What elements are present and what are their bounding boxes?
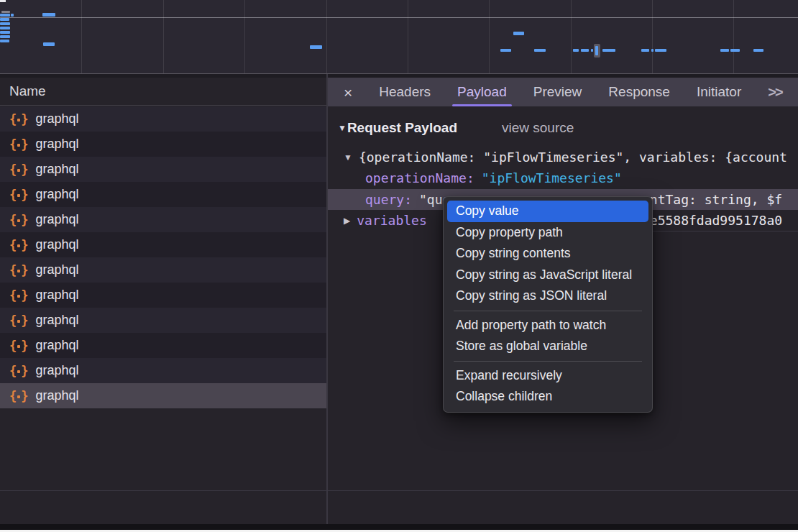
menu-item-copy-value[interactable]: Copy value <box>447 201 648 222</box>
request-row[interactable]: {}graphql <box>0 106 326 132</box>
view-source-link[interactable]: view source <box>502 120 574 136</box>
request-row[interactable]: {}graphql <box>0 333 326 358</box>
request-timing-bar <box>641 49 649 52</box>
name-column-header[interactable]: Name <box>0 78 326 106</box>
summary-bar-divider <box>0 490 798 491</box>
request-timing-bar <box>534 49 546 52</box>
payload-summary-text: {operationName: "ipFlowTimeseries", vari… <box>359 150 787 165</box>
request-timing-bar <box>595 46 598 55</box>
request-row[interactable]: {}graphql <box>0 232 326 257</box>
menu-item-collapse-children[interactable]: Collapse children <box>447 386 648 408</box>
overview-gridline <box>81 0 82 73</box>
json-icon: {} <box>9 313 28 328</box>
json-icon: {} <box>9 137 28 152</box>
devtools-network-panel: Name {}graphql{}graphql{}graphql{}graphq… <box>0 0 798 532</box>
request-row[interactable]: {}graphql <box>0 207 326 232</box>
request-timing-bar <box>0 40 9 42</box>
request-timing-bar <box>0 31 10 34</box>
request-timing-bar <box>0 35 10 38</box>
json-icon: {} <box>9 162 28 177</box>
property-value: "ipFlowTimeseries" <box>482 170 622 185</box>
pane-divider[interactable] <box>326 74 328 524</box>
json-icon: {} <box>9 188 28 202</box>
expand-triangle-icon[interactable]: ▼ <box>344 152 352 162</box>
request-name: graphql <box>36 137 79 152</box>
request-timing-bar <box>591 49 593 52</box>
request-timing-bar <box>602 49 615 52</box>
menu-item-copy-string-as-javascript-literal[interactable]: Copy string as JavaScript literal <box>447 265 648 286</box>
menu-item-copy-string-as-json-literal[interactable]: Copy string as JSON literal <box>447 285 648 307</box>
network-overview[interactable] <box>0 0 798 74</box>
overview-gridline <box>408 0 408 73</box>
menu-item-add-property-path-to-watch[interactable]: Add property path to watch <box>447 315 648 336</box>
overview-gridline <box>163 0 164 73</box>
tab-headers[interactable]: Headers <box>379 78 431 106</box>
request-row[interactable]: {}graphql <box>0 157 326 182</box>
request-row[interactable]: {}graphql <box>0 257 326 283</box>
property-key: operationName: <box>365 170 474 185</box>
request-timing-bar <box>573 49 579 52</box>
tab-response[interactable]: Response <box>608 78 670 106</box>
request-timing-bar <box>581 49 589 52</box>
request-timing-bar <box>500 49 511 52</box>
request-name: graphql <box>36 288 79 303</box>
request-row[interactable]: {}graphql <box>0 308 326 333</box>
detail-tab-bar: × HeadersPayloadPreviewResponseInitiator… <box>328 78 798 106</box>
request-timing-bar <box>0 14 10 17</box>
tab-initiator[interactable]: Initiator <box>697 78 741 106</box>
request-name: graphql <box>36 237 79 252</box>
json-icon: {} <box>9 112 28 127</box>
operation-name-row[interactable]: operationName: "ipFlowTimeseries" <box>328 168 798 188</box>
request-timing-bar <box>720 49 729 52</box>
menu-item-store-as-global-variable[interactable]: Store as global variable <box>447 336 648 357</box>
overview-gridline <box>652 0 653 73</box>
request-timing-bar <box>0 22 10 25</box>
overview-mark <box>1 11 10 13</box>
request-row[interactable]: {}graphql <box>0 182 326 207</box>
overview-gridline <box>326 0 327 73</box>
json-icon: {} <box>9 238 28 252</box>
request-name: graphql <box>36 162 79 177</box>
menu-item-copy-property-path[interactable]: Copy property path <box>447 222 648 244</box>
request-row[interactable]: {}graphql <box>0 132 326 157</box>
property-value-right: untTag: string, $f <box>642 189 782 210</box>
request-row[interactable]: {}graphql <box>0 283 326 308</box>
menu-item-expand-recursively[interactable]: Expand recursively <box>447 365 648 387</box>
context-menu: Copy valueCopy property pathCopy string … <box>443 196 653 413</box>
expand-triangle-icon[interactable]: ▶ <box>344 216 350 226</box>
overview-ruler-line <box>0 17 798 18</box>
json-icon: {} <box>9 263 28 278</box>
bottom-bar <box>0 524 798 530</box>
property-key: query: <box>365 192 412 207</box>
request-timing-bar <box>651 49 653 52</box>
request-timing-bar <box>43 42 55 46</box>
close-icon[interactable]: × <box>344 85 352 100</box>
request-name: graphql <box>36 111 79 127</box>
request-payload-title: Request Payload <box>347 120 457 136</box>
tab-preview[interactable]: Preview <box>533 78 582 106</box>
payload-root-row[interactable]: ▼ {operationName: "ipFlowTimeseries", va… <box>328 147 798 168</box>
menu-item-copy-string-contents[interactable]: Copy string contents <box>447 243 648 265</box>
request-name: graphql <box>36 262 79 278</box>
request-timing-bar <box>655 49 666 52</box>
request-name: graphql <box>36 338 79 353</box>
overview-gridline <box>489 0 490 73</box>
overview-mark <box>0 0 6 2</box>
json-icon: {} <box>9 364 28 378</box>
request-list: {}graphql{}graphql{}graphql{}graphql{}gr… <box>0 106 326 408</box>
request-payload-section: ▼ Request Payload view source <box>328 116 798 139</box>
request-name: graphql <box>36 313 79 328</box>
request-timing-bar <box>11 14 14 17</box>
request-timing-bar <box>730 49 740 52</box>
tab-payload[interactable]: Payload <box>457 78 507 106</box>
request-name: graphql <box>36 388 79 403</box>
row-underline <box>642 231 798 231</box>
request-row[interactable]: {}graphql <box>0 358 326 383</box>
more-tabs-icon[interactable]: >> <box>768 84 781 101</box>
json-icon: {} <box>9 339 28 353</box>
collapse-triangle-icon[interactable]: ▼ <box>338 123 347 133</box>
overview-gridline <box>244 0 245 73</box>
menu-separator <box>454 311 642 311</box>
json-icon: {} <box>9 288 28 303</box>
request-row[interactable]: {}graphql <box>0 383 326 408</box>
